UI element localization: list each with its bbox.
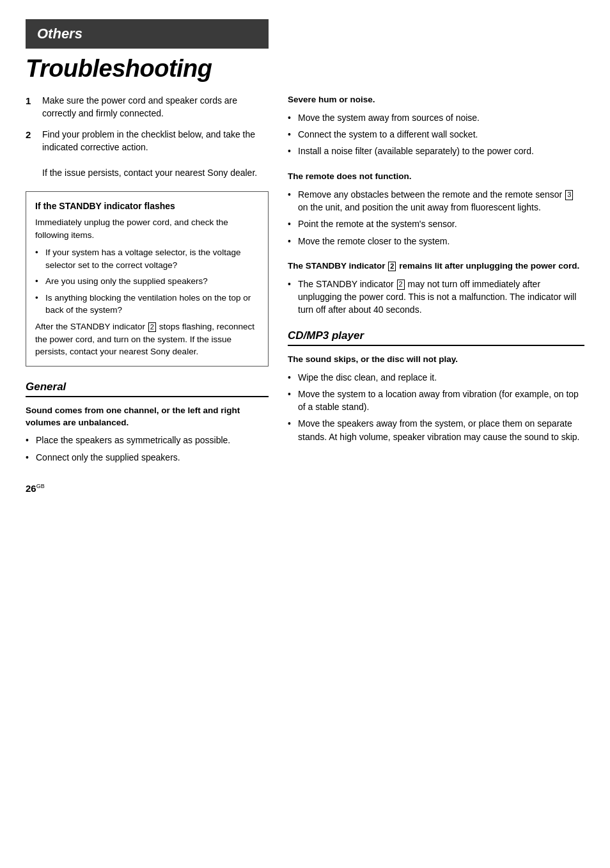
severe-hum-bullets: Move the system away from sources of noi… — [288, 111, 584, 158]
standby-bullets: The STANDBY indicator 2 may not turn off… — [288, 278, 584, 317]
standby-section: The STANDBY indicator 2 remains lit afte… — [288, 260, 584, 317]
step-2-text: Find your problem in the checklist below… — [42, 129, 255, 152]
remote-section: The remote does not function. Remove any… — [288, 171, 584, 248]
cdmp3-section: CD/MP3 player The sound skips, or the di… — [288, 329, 584, 443]
banner-label: Others — [37, 26, 82, 42]
remote-title: The remote does not function. — [288, 171, 584, 183]
remote-bullet-0: Remove any obstacles between the remote … — [288, 188, 584, 214]
general-bullet-1: Connect only the supplied speakers. — [26, 451, 269, 464]
standby-bullet-0: The STANDBY indicator 2 may not turn off… — [288, 278, 584, 317]
general-section: General Sound comes from one channel, or… — [26, 381, 269, 464]
step-2-subtext: If the issue persists, contact your near… — [42, 168, 257, 178]
warning-box-after: After the STANDBY indicator 2 stops flas… — [35, 320, 259, 358]
severe-hum-bullet-0: Move the system away from sources of noi… — [288, 111, 584, 124]
cdmp3-subsection-title: The sound skips, or the disc will not pl… — [288, 354, 584, 366]
severe-hum-title: Severe hum or noise. — [288, 94, 584, 106]
warning-box-title: If the STANDBY indicator flashes — [35, 200, 259, 212]
step-1: 1 Make sure the power cord and speaker c… — [26, 94, 269, 120]
left-column: 1 Make sure the power cord and speaker c… — [26, 94, 269, 494]
cdmp3-bullets: Wipe the disc clean, and replace it. Mov… — [288, 371, 584, 443]
warning-box-intro: Immediately unplug the power cord, and c… — [35, 216, 259, 241]
boxnum-3: 3 — [565, 190, 573, 200]
step-2-content: Find your problem in the checklist below… — [42, 128, 269, 180]
general-section-label: General — [26, 381, 269, 397]
severe-hum-bullet-1: Connect the system to a different wall s… — [288, 128, 584, 141]
standby-title: The STANDBY indicator 2 remains lit afte… — [288, 260, 584, 272]
severe-hum-section: Severe hum or noise. Move the system awa… — [288, 94, 584, 158]
step-2-num: 2 — [26, 128, 36, 180]
remote-bullet-2: Move the remote closer to the system. — [288, 235, 584, 248]
cdmp3-bullet-1: Move the system to a location away from … — [288, 388, 584, 414]
general-bullet-0: Place the speakers as symmetrically as p… — [26, 434, 269, 446]
general-bullets: Place the speakers as symmetrically as p… — [26, 434, 269, 464]
general-subsection-title: Sound comes from one channel, or the lef… — [26, 405, 269, 429]
cdmp3-bullet-2: Move the speakers away from the system, … — [288, 417, 584, 443]
remote-bullet-1: Point the remote at the system's sensor. — [288, 217, 584, 230]
numbered-list: 1 Make sure the power cord and speaker c… — [26, 94, 269, 180]
cdmp3-bullet-0: Wipe the disc clean, and replace it. — [288, 371, 584, 384]
warning-bullet-0: If your system has a voltage selector, i… — [35, 246, 259, 271]
page-num-suffix: GB — [36, 483, 45, 489]
right-column: Severe hum or noise. Move the system awa… — [288, 94, 584, 494]
step-1-text: Make sure the power cord and speaker cor… — [42, 94, 269, 120]
step-1-num: 1 — [26, 94, 36, 120]
boxnum-2b: 2 — [388, 262, 396, 271]
step-2: 2 Find your problem in the checklist bel… — [26, 128, 269, 180]
two-col-layout: 1 Make sure the power cord and speaker c… — [26, 94, 584, 494]
boxnum-2c: 2 — [397, 280, 405, 289]
cdmp3-label: CD/MP3 player — [288, 329, 584, 346]
warning-bullet-1: Are you using only the supplied speakers… — [35, 275, 259, 288]
section-banner: Others — [26, 19, 269, 49]
page-num-value: 26 — [26, 483, 36, 494]
remote-bullets: Remove any obstacles between the remote … — [288, 188, 584, 248]
page-container: Others Troubleshooting 1 Make sure the p… — [26, 19, 584, 494]
warning-bullet-2: Is anything blocking the ventilation hol… — [35, 292, 259, 317]
warning-box-bullets: If your system has a voltage selector, i… — [35, 246, 259, 317]
page-title: Troubleshooting — [26, 55, 584, 83]
page-number: 26GB — [26, 483, 269, 494]
boxnum-2a: 2 — [148, 322, 156, 332]
warning-box: If the STANDBY indicator flashes Immedia… — [26, 191, 269, 367]
severe-hum-bullet-2: Install a noise filter (available separa… — [288, 145, 584, 157]
